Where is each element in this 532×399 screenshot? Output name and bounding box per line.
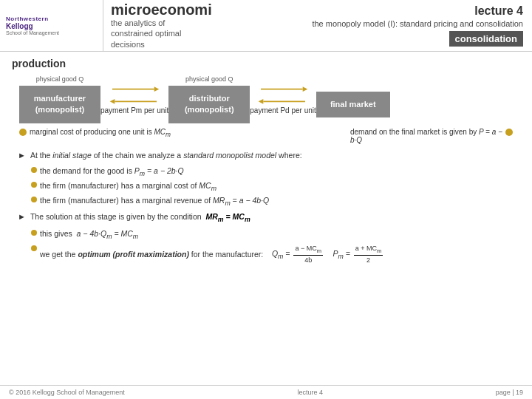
svg-marker-1	[154, 86, 160, 92]
distributor-box: distributor (monopolist)	[168, 86, 250, 123]
footer-page: page | 19	[496, 389, 523, 396]
arrow-distributor-market: payment Pd per unit	[250, 84, 316, 115]
body-block-1: ► At the initial stage of the chain we a…	[18, 150, 514, 162]
body-intro-text: At the initial stage of the chain we ana…	[30, 150, 302, 162]
flow-arrow-2	[253, 84, 313, 106]
payment-d-label: payment Pd per unit	[250, 106, 316, 115]
physical-good-spacer	[352, 81, 355, 89]
bullet-dot-left	[19, 129, 27, 136]
body-section: ► At the initial stage of the chain we a…	[12, 150, 520, 265]
lecture-topic: the monopoly model (I): standard pricing…	[290, 19, 523, 28]
payment-m-label: payment Pm per unit	[100, 106, 168, 115]
distributor-col: physical good Q distributor (monopolist)	[168, 75, 250, 123]
manufacturer-box: manufacturer (monopolist)	[19, 86, 100, 123]
sub-dot-3	[31, 197, 37, 202]
bullets-row: marginal cost of producing one unit is M…	[12, 128, 520, 144]
production-diagram: physical good Q manufacturer (monopolist…	[12, 75, 520, 123]
sub-text-3: the firm (manufacturer) has a marginal r…	[40, 195, 269, 208]
body-block2-text: The solution at this stage is given by t…	[30, 211, 250, 225]
logo-area: Northwestern Kellogg School of Managemen…	[0, 0, 103, 51]
manufacturer-col: physical good Q manufacturer (monopolist…	[19, 75, 100, 123]
sub-text-1: the demand for the good is Pm = a − 2b·Q	[40, 166, 184, 179]
bullet-right-text: demand on the final market is given by P…	[350, 128, 502, 144]
logo-subtitle: School of Management	[6, 30, 97, 35]
sub-bullet-4: this gives a − 4b·Qm = MCm	[31, 228, 514, 242]
section-title: production	[12, 58, 520, 69]
physical-good-label-right: physical good Q	[185, 75, 233, 83]
footer-lecture: lecture 4	[297, 389, 323, 396]
sub-dot-4	[31, 230, 37, 236]
triangle-marker-1: ►	[18, 151, 26, 160]
footer: © 2016 Kellogg School of Management lect…	[0, 385, 532, 399]
course-subtitle-2: constrained optimal	[111, 28, 273, 38]
svg-marker-7	[259, 99, 264, 104]
sub-bullet-5: we get the optimum (profit maximization)…	[31, 244, 514, 266]
footer-copyright: © 2016 Kellogg School of Management	[9, 389, 125, 396]
sub-text-4: this gives a − 4b·Qm = MCm	[40, 228, 138, 242]
final-market-col: final market	[316, 81, 390, 117]
flow-arrow-1	[105, 84, 164, 106]
bullet-left-text: marginal cost of producing one unit is M…	[30, 128, 171, 138]
logo-northwestern: Northwestern	[6, 16, 97, 22]
body-block-2: ► The solution at this stage is given by…	[18, 211, 514, 225]
triangle-marker-2: ►	[18, 212, 26, 221]
sub-dot-5	[31, 245, 37, 251]
bullet-right: demand on the final market is given by P…	[350, 128, 513, 144]
sub-text-2: the firm (manufacturer) has a marginal c…	[40, 180, 216, 194]
sub-text-5: we get the optimum (profit maximization)…	[40, 244, 384, 266]
arrow-manufacturer-distributor: payment Pm per unit	[100, 84, 168, 115]
bullet-left: marginal cost of producing one unit is M…	[19, 128, 171, 144]
sub-bullet-1: the demand for the good is Pm = a − 2b·Q	[31, 166, 514, 179]
bullet-dot-right	[505, 129, 513, 136]
final-market-box: final market	[316, 92, 390, 117]
sub-bullet-3: the firm (manufacturer) has a marginal r…	[31, 195, 514, 208]
main-content: production physical good Q manufacturer …	[0, 52, 532, 271]
sub-dot-2	[31, 182, 37, 188]
sub-bullet-2: the firm (manufacturer) has a marginal c…	[31, 180, 514, 194]
header: Northwestern Kellogg School of Managemen…	[0, 0, 532, 52]
consolidation-badge: consolidation	[449, 31, 524, 47]
lecture-number: lecture 4	[290, 4, 523, 18]
svg-marker-3	[110, 99, 115, 104]
course-title: microeconomi	[111, 1, 273, 18]
logo-kellogg: Kellogg	[6, 22, 97, 30]
course-subtitle-1: the analytics of	[111, 18, 273, 28]
svg-marker-5	[303, 86, 308, 92]
course-subtitle-3: decisions	[111, 39, 273, 50]
course-title-area: microeconomi the analytics of constraine…	[103, 0, 281, 51]
sub-dot-1	[31, 167, 37, 173]
lecture-info: lecture 4 the monopoly model (I): standa…	[281, 0, 532, 51]
physical-good-label-left: physical good Q	[36, 75, 84, 83]
